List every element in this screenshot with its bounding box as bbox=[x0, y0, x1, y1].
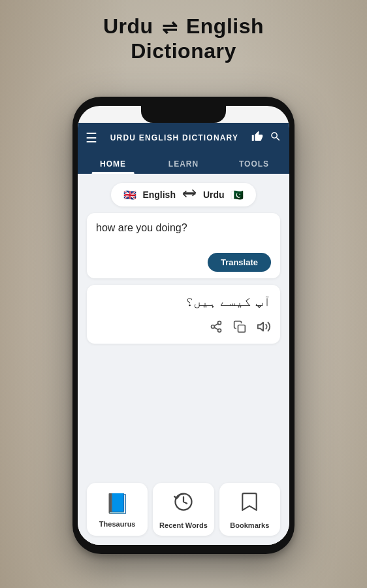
search-icon[interactable] bbox=[270, 131, 281, 146]
copy-icon[interactable] bbox=[233, 320, 246, 336]
bottom-cards: 📘 Thesaurus Recent Words bbox=[78, 478, 289, 545]
tab-tools[interactable]: TOOLS bbox=[219, 153, 289, 174]
bookmarks-label: Bookmarks bbox=[230, 521, 269, 529]
top-bar-icons bbox=[251, 131, 281, 146]
to-language-label: Urdu bbox=[203, 189, 225, 200]
translation-output-box: آپ کیسے ہیں؟ bbox=[87, 285, 280, 344]
title-dictionary: Dictionary bbox=[131, 39, 236, 63]
page-title: Urdu ⇌ English Dictionary bbox=[0, 14, 367, 64]
from-flag-icon: 🇬🇧 bbox=[123, 188, 137, 202]
svg-rect-7 bbox=[238, 325, 246, 333]
tab-home[interactable]: HOME bbox=[78, 153, 148, 174]
recent-words-label: Recent Words bbox=[159, 521, 208, 529]
phone-frame: ☰ URDU ENGLISH DICTIONARY bbox=[72, 97, 295, 554]
title-english: English bbox=[186, 14, 264, 38]
app-content: ☰ URDU ENGLISH DICTIONARY bbox=[78, 123, 289, 545]
thesaurus-icon: 📘 bbox=[105, 492, 129, 515]
svg-line-6 bbox=[214, 323, 218, 325]
nav-tabs: HOME LEARN TOOLS bbox=[78, 153, 289, 174]
translate-button[interactable]: Translate bbox=[208, 253, 271, 272]
title-arrow-icon: ⇌ bbox=[162, 17, 178, 39]
translation-input-box: how are you doing? Translate bbox=[87, 213, 280, 278]
speaker-icon[interactable] bbox=[257, 319, 271, 337]
share-icon[interactable] bbox=[210, 320, 223, 336]
phone-notch bbox=[141, 106, 226, 123]
thesaurus-label: Thesaurus bbox=[99, 520, 136, 528]
recent-words-card[interactable]: Recent Words bbox=[153, 483, 214, 536]
like-icon[interactable] bbox=[251, 131, 263, 146]
svg-line-5 bbox=[214, 327, 218, 329]
tab-learn[interactable]: LEARN bbox=[148, 153, 219, 174]
main-area: 🇬🇧 English Urdu 🇵🇰 h bbox=[78, 174, 289, 478]
to-flag-icon: 🇵🇰 bbox=[230, 188, 244, 202]
page-title-area: Urdu ⇌ English Dictionary bbox=[0, 14, 367, 64]
output-text: آپ کیسے ہیں؟ bbox=[96, 294, 271, 313]
output-actions bbox=[96, 319, 271, 337]
thesaurus-card[interactable]: 📘 Thesaurus bbox=[87, 483, 148, 536]
svg-marker-8 bbox=[258, 323, 263, 331]
top-bar: ☰ URDU ENGLISH DICTIONARY bbox=[78, 123, 289, 153]
bookmarks-card[interactable]: Bookmarks bbox=[219, 483, 280, 536]
app-title: URDU ENGLISH DICTIONARY bbox=[97, 133, 251, 142]
menu-icon[interactable]: ☰ bbox=[86, 130, 97, 146]
from-language-label: English bbox=[142, 189, 176, 200]
phone-screen: ☰ URDU ENGLISH DICTIONARY bbox=[78, 106, 289, 545]
bookmarks-icon bbox=[240, 492, 259, 516]
lang-swap-arrow[interactable] bbox=[182, 189, 197, 201]
language-selector[interactable]: 🇬🇧 English Urdu 🇵🇰 bbox=[111, 183, 255, 206]
title-urdu: Urdu bbox=[103, 14, 153, 38]
recent-words-icon bbox=[174, 492, 193, 516]
input-text[interactable]: how are you doing? bbox=[96, 222, 271, 246]
